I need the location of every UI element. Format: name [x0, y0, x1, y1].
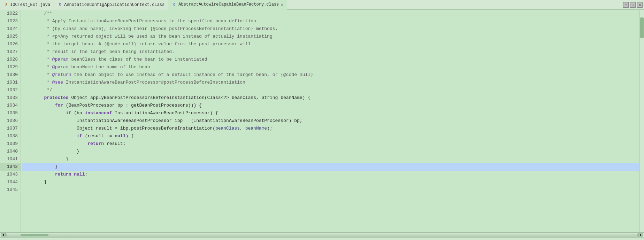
tab-label-annotationconfig: AnnotationConfigApplicationContext.class	[64, 2, 164, 7]
line-num-1037: 1037	[0, 125, 21, 132]
line-num-1029: 1029	[0, 63, 21, 71]
code-line-1041: }	[22, 155, 639, 163]
code-line-1043: return null;	[22, 171, 639, 178]
tab-annotationconfig[interactable]: C AnnotationConfigApplicationContext.cla…	[54, 0, 168, 10]
line-num-1045: 1045	[0, 186, 21, 194]
line-num-1038: 1038	[0, 132, 21, 140]
code-line-1031: * @see InstantiationAwareBeanPostProcess…	[22, 79, 639, 86]
class-icon-2: C	[172, 2, 177, 7]
vertical-scrollbar[interactable]	[639, 10, 644, 232]
line-num-1025: 1025	[0, 33, 21, 40]
code-line-1039: return result;	[22, 140, 639, 148]
scroll-thumb[interactable]	[640, 17, 644, 38]
code-line-1044: }	[22, 178, 639, 186]
code-line-1033: protected Object applyBeanPostProcessors…	[22, 94, 639, 102]
line-num-1043: 1043	[0, 171, 21, 178]
code-line-1032: */	[22, 86, 639, 94]
tab-bar: J IOCTest_Ext.java C AnnotationConfigApp…	[0, 0, 644, 10]
line-num-1026: 1026	[0, 40, 21, 48]
line-gutter: 1022 1023 1024 1025 1026 1027 1028 1029 …	[0, 10, 21, 232]
line-num-1028: 1028	[0, 56, 21, 63]
editor-container: 1022 1023 1024 1025 1026 1027 1028 1029 …	[0, 10, 644, 232]
code-line-1034: for (BeanPostProcessor bp : getBeanPostP…	[22, 102, 639, 109]
tab-close-btn[interactable]: ✕	[281, 2, 283, 7]
line-num-1027: 1027	[0, 48, 21, 56]
line-num-1035: 1035	[0, 109, 21, 117]
line-num-1041: 1041	[0, 155, 21, 163]
code-editor[interactable]: /** * Apply InstantiationAwareBeanPostPr…	[21, 10, 639, 232]
minimize-button[interactable]: ─	[623, 2, 629, 8]
line-num-1033: 1033	[0, 94, 21, 102]
scroll-left-btn[interactable]: ◀	[1, 233, 6, 237]
code-line-1040: }	[22, 148, 639, 155]
code-line-1022: /**	[22, 10, 639, 17]
line-num-1031: 1031	[0, 79, 21, 86]
code-line-1023: * Apply InstantiationAwareBeanPostProces…	[22, 17, 639, 25]
tab-abstractautowire[interactable]: C AbstractAutowireCapableBeanFactory.cla…	[168, 0, 287, 10]
horizontal-scrollbar[interactable]: ◀ ▶	[0, 232, 644, 237]
class-icon-1: C	[58, 2, 62, 7]
tab-label-abstractautowire: AbstractAutowireCapableBeanFactory.class	[178, 2, 279, 7]
tab-ioctest[interactable]: J IOCTest_Ext.java	[0, 0, 54, 10]
line-num-1022: 1022	[0, 10, 21, 17]
code-line-1038: if (result != null) {	[22, 132, 639, 140]
status-bar: https://blog.csdn.net/dy_guox/	[0, 237, 644, 240]
line-num-1023: 1023	[0, 17, 21, 25]
java-icon: J	[3, 2, 8, 7]
code-line-1025: * <p>Any returned object will be used as…	[22, 33, 639, 40]
line-num-1024: 1024	[0, 25, 21, 33]
close-button[interactable]: ✕	[637, 2, 643, 8]
code-line-1035: if (bp instanceof InstantiationAwareBean…	[22, 109, 639, 117]
tab-bar-right-controls: ─ □ ✕	[623, 0, 644, 10]
line-num-1034: 1034	[0, 102, 21, 109]
line-num-1032: 1032	[0, 86, 21, 94]
code-line-1027: * result in the target bean being instan…	[22, 48, 639, 56]
code-line-1045	[22, 186, 639, 194]
hscroll-thumb	[21, 234, 48, 236]
line-num-1040: 1040	[0, 148, 21, 155]
code-line-1036: InstantiationAwareBeanPostProcessor ibp …	[22, 117, 639, 125]
code-line-1037: Object result = ibp.postProcessBeforeIns…	[22, 125, 639, 132]
code-line-1042: }	[22, 163, 639, 171]
code-line-1029: * @param beanName the name of the bean	[22, 63, 639, 71]
line-num-1036: 1036	[0, 117, 21, 125]
line-num-1039: 1039	[0, 140, 21, 148]
code-line-1026: * the target bean. A {@code null} return…	[22, 40, 639, 48]
tab-label-ioctest: IOCTest_Ext.java	[10, 2, 50, 7]
code-line-1028: * @param beanClass the class of the bean…	[22, 56, 639, 63]
line-num-1030: 1030	[0, 71, 21, 79]
code-line-1024: * (by class and name), invoking their {@…	[22, 25, 639, 33]
line-num-1044: 1044	[0, 178, 21, 186]
hscroll-track[interactable]	[6, 234, 638, 237]
code-line-1030: * @return the bean object to use instead…	[22, 71, 639, 79]
maximize-button[interactable]: □	[630, 2, 636, 8]
line-num-1042: 1042	[0, 163, 21, 171]
scroll-right-btn[interactable]: ▶	[638, 233, 643, 237]
